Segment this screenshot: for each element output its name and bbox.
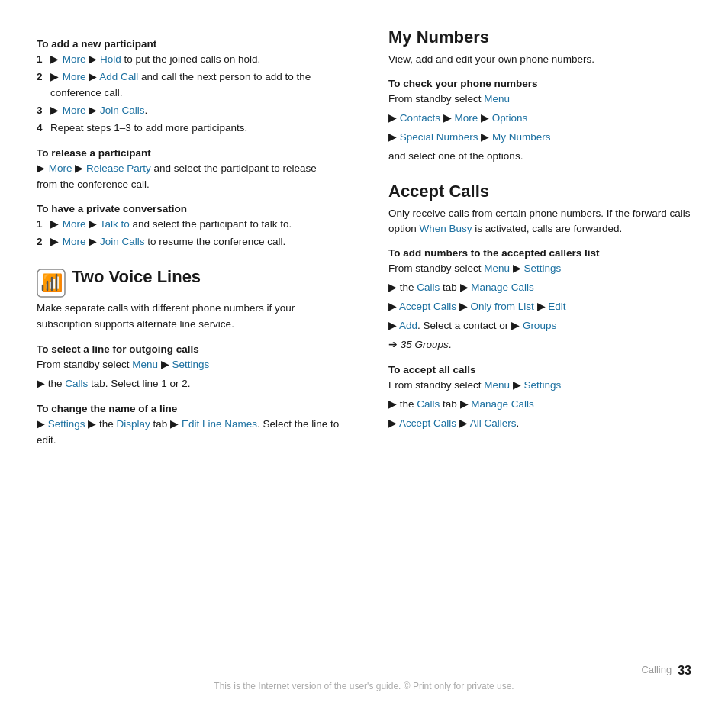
page-number: 33 — [678, 664, 691, 678]
accept-all-step2: ▶ the Calls tab ▶ Manage Calls — [388, 397, 691, 413]
two-voice-lines-icon: 📶 — [37, 269, 66, 298]
select-line-title: To select a line for outgoing calls — [37, 343, 340, 355]
add-numbers-title: To add numbers to the accepted callers l… — [388, 247, 691, 259]
my-numbers-section: My Numbers View, add and edit your own p… — [388, 27, 691, 165]
add-numbers-step5: ➔ 35 Groups. — [388, 337, 691, 353]
private-conversation-section: To have a private conversation 1 ▶ More … — [37, 203, 340, 250]
left-column: To add a new participant 1 ▶ More ▶ Hold… — [37, 27, 352, 646]
add-participant-title: To add a new participant — [37, 38, 340, 50]
two-voice-title: Two Voice Lines — [72, 267, 201, 287]
accept-calls-section: Accept Calls Only receive calls from cer… — [388, 182, 691, 432]
add-numbers-step1: From standby select Menu ▶ Settings — [388, 261, 691, 277]
add-numbers-step3: ▶ Accept Calls ▶ Only from List ▶ Edit — [388, 299, 691, 315]
check-numbers-title: To check your phone numbers — [388, 78, 691, 89]
add-numbers-step2: ▶ the Calls tab ▶ Manage Calls — [388, 280, 691, 296]
change-name-title: To change the name of a line — [37, 403, 340, 414]
page-label: Calling — [641, 664, 672, 678]
add-participant-steps: 1 ▶ More ▶ Hold to put the joined calls … — [37, 52, 340, 137]
accept-all-step1: From standby select Menu ▶ Settings — [388, 378, 691, 394]
accept-calls-intro: Only receive calls from certain phone nu… — [388, 206, 691, 237]
step-2: 2 ▶ More ▶ Add Call and call the next pe… — [37, 69, 340, 101]
add-numbers-step4: ▶ Add. Select a contact or ▶ Groups — [388, 318, 691, 334]
release-participant-section: To release a participant ▶ More ▶ Releas… — [37, 147, 340, 193]
my-numbers-intro: View, add and edit your own phone number… — [388, 52, 691, 67]
footer-page-row: Calling 33 — [37, 664, 691, 678]
private-conversation-title: To have a private conversation — [37, 203, 340, 214]
step-1: 1 ▶ More ▶ Hold to put the joined calls … — [37, 52, 340, 68]
private-step-1: 1 ▶ More ▶ Talk to and select the partic… — [37, 217, 340, 233]
private-step-2: 2 ▶ More ▶ Join Calls to resume the conf… — [37, 234, 340, 250]
footer: Calling 33 This is the Internet version … — [37, 664, 691, 691]
two-voice-lines-header: 📶 Two Voice Lines — [37, 267, 340, 298]
my-numbers-title: My Numbers — [388, 27, 691, 47]
accept-all-section: To accept all calls From standby select … — [388, 364, 691, 432]
accept-all-step3: ▶ Accept Calls ▶ All Callers. — [388, 416, 691, 432]
select-line-body2: ▶ the Calls tab. Select line 1 or 2. — [37, 376, 340, 392]
step-3: 3 ▶ More ▶ Join Calls. — [37, 103, 340, 119]
select-line-section: To select a line for outgoing calls From… — [37, 343, 340, 392]
add-participant-section: To add a new participant 1 ▶ More ▶ Hold… — [37, 38, 340, 137]
accept-all-title: To accept all calls — [388, 364, 691, 375]
release-participant-body: ▶ More ▶ Release Party and select the pa… — [37, 161, 340, 193]
add-numbers-section: To add numbers to the accepted callers l… — [388, 247, 691, 353]
two-voice-intro: Make separate calls with different phone… — [37, 301, 340, 333]
change-name-body: ▶ Settings ▶ the Display tab ▶ Edit Line… — [37, 417, 340, 449]
select-line-body: From standby select Menu ▶ Settings — [37, 357, 340, 373]
check-numbers-section: To check your phone numbers From standby… — [388, 78, 691, 165]
private-conversation-steps: 1 ▶ More ▶ Talk to and select the partic… — [37, 217, 340, 250]
step-4: 4 Repeat steps 1–3 to add more participa… — [37, 121, 340, 137]
check-numbers-body: From standby select Menu — [388, 92, 691, 108]
change-name-section: To change the name of a line ▶ Settings … — [37, 403, 340, 449]
footer-notice: This is the Internet version of the user… — [214, 681, 514, 691]
right-column: My Numbers View, add and edit your own p… — [376, 27, 691, 646]
accept-calls-title: Accept Calls — [388, 182, 691, 201]
release-participant-title: To release a participant — [37, 147, 340, 159]
page: To add a new participant 1 ▶ More ▶ Hold… — [0, 0, 728, 728]
